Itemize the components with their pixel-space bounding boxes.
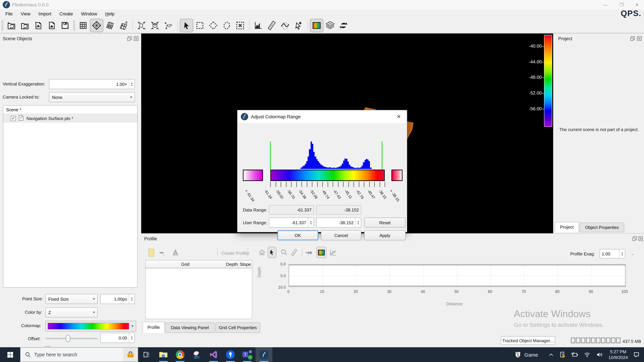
- minimize-button[interactable]: —: [600, 1, 610, 8]
- home-button[interactable]: [258, 248, 266, 257]
- wifi-icon[interactable]: [584, 352, 590, 357]
- tab-grid-cell-properties[interactable]: Grid Cell Properties: [215, 323, 260, 333]
- taskbar-teams[interactable]: T ✓: [239, 347, 256, 362]
- menu-create[interactable]: Create: [55, 10, 77, 17]
- clear-select-button[interactable]: [234, 19, 247, 32]
- cursor-tool-button[interactable]: [180, 19, 193, 32]
- fit-cube-button[interactable]: [148, 19, 162, 32]
- float-panel-icon[interactable]: [127, 36, 132, 41]
- open-scene-button[interactable]: [18, 19, 32, 32]
- taskbar-snipping-tool[interactable]: [188, 347, 205, 362]
- reset-button[interactable]: Reset: [364, 218, 406, 228]
- kp-button[interactable]: KP: [162, 19, 175, 32]
- dialog-close-button[interactable]: ✕: [394, 113, 404, 121]
- profile-exag-input[interactable]: 1.00 ▲▼: [600, 249, 625, 258]
- menu-import[interactable]: Import: [34, 10, 56, 17]
- camera-locked-select[interactable]: None ▼: [49, 92, 135, 102]
- point-size-stepper[interactable]: ▲▼: [129, 294, 134, 304]
- close-button[interactable]: ✕: [632, 1, 642, 8]
- colormap-select[interactable]: ▼: [45, 321, 136, 332]
- profile-colormap-button[interactable]: [316, 247, 326, 258]
- import-file-button[interactable]: [32, 19, 45, 32]
- tray-app-label[interactable]: Game: [524, 352, 538, 358]
- diamond-select-button[interactable]: [206, 19, 220, 32]
- collapse-chevron-icon[interactable]: ⌄: [630, 251, 634, 256]
- briefcase-icon[interactable]: [123, 348, 138, 362]
- toolbar-drag-handle[interactable]: [73, 20, 75, 31]
- tablet-icon[interactable]: [559, 352, 565, 358]
- fit-grid-button[interactable]: [135, 19, 148, 32]
- profile-chart[interactable]: [288, 264, 626, 287]
- tab-profile[interactable]: Profile: [142, 322, 165, 333]
- taskbar-chrome[interactable]: [172, 347, 188, 362]
- scene-tree-item[interactable]: ✓ ? Navigation Surface.pts *: [3, 114, 137, 123]
- maximize-button[interactable]: ❐: [616, 1, 626, 8]
- task-view-button[interactable]: [138, 347, 155, 362]
- taskbar-clock[interactable]: 5:27 PM 10/9/2024: [608, 349, 628, 360]
- histogram-button[interactable]: [252, 19, 265, 32]
- scene-tree-root[interactable]: Scene *: [3, 106, 137, 114]
- zoom-button[interactable]: [280, 248, 288, 257]
- taskbar-fledermaus[interactable]: [256, 347, 272, 362]
- visibility-checkbox[interactable]: ✓: [11, 116, 16, 121]
- menu-window[interactable]: Window: [77, 10, 101, 17]
- colorbar-main[interactable]: [270, 170, 385, 181]
- chevron-up-icon[interactable]: [549, 353, 553, 356]
- swatch-icon[interactable]: [148, 249, 154, 257]
- menu-view[interactable]: View: [17, 10, 34, 17]
- range-max-marker[interactable]: [382, 141, 382, 170]
- vertical-exaggeration-input[interactable]: 1.00× ▲▼: [49, 79, 135, 89]
- menu-help[interactable]: Help: [101, 10, 118, 17]
- point-size-mode-select[interactable]: Fixed Size ▼: [45, 294, 98, 304]
- notification-icon[interactable]: [634, 352, 639, 358]
- lasso-select-button[interactable]: [220, 19, 234, 32]
- point-size-value-input[interactable]: 1.00px ▲▼: [100, 294, 135, 304]
- profile-chart-button[interactable]: [329, 248, 338, 257]
- start-button[interactable]: [0, 347, 20, 362]
- surface-georef-button[interactable]: [117, 19, 130, 32]
- close-panel-icon[interactable]: [636, 36, 642, 41]
- surface-rotate-button[interactable]: [90, 19, 103, 32]
- taskbar-file-explorer[interactable]: [155, 347, 172, 362]
- tracked-object-manager-button[interactable]: Tracked Object Manager...: [501, 336, 555, 345]
- float-panel-icon[interactable]: [630, 36, 635, 41]
- float-panel-icon[interactable]: [632, 236, 637, 241]
- save-button[interactable]: [58, 19, 72, 32]
- view-file-button[interactable]: [45, 19, 58, 32]
- colormap-tool-button[interactable]: [310, 19, 323, 32]
- toolbar-drag-handle[interactable]: [1, 20, 3, 31]
- user-range-max-input[interactable]: -38.152 ▲▼: [316, 218, 361, 228]
- close-panel-icon[interactable]: [134, 36, 139, 41]
- rect-select-button[interactable]: [193, 19, 206, 32]
- triangle-button[interactable]: [171, 248, 180, 257]
- remove-button[interactable]: [158, 249, 166, 257]
- new-scene-button[interactable]: [5, 19, 18, 32]
- dialog-title-bar[interactable]: Adjust Colormap Range ✕: [238, 110, 407, 123]
- col-header-grid[interactable]: Grid: [146, 260, 226, 268]
- color-by-select[interactable]: Z ▼: [45, 307, 98, 318]
- user-range-max-stepper[interactable]: ▲▼: [355, 218, 361, 227]
- curve-button[interactable]: [278, 19, 292, 32]
- taskbar-visual-studio[interactable]: [205, 347, 222, 362]
- tab-object-properties[interactable]: Object Properties: [580, 223, 624, 232]
- vertical-exaggeration-stepper[interactable]: ▲▼: [129, 79, 134, 89]
- sync-button[interactable]: [337, 19, 350, 32]
- user-range-min-stepper[interactable]: ▲▼: [308, 218, 314, 227]
- apply-button[interactable]: Apply: [364, 230, 406, 240]
- surface-flat-button[interactable]: [103, 19, 117, 32]
- ok-button[interactable]: OK: [278, 230, 318, 240]
- user-range-min-input[interactable]: -61.337 ▲▼: [269, 218, 314, 228]
- layers-button[interactable]: [323, 19, 337, 32]
- menu-file[interactable]: File: [1, 10, 17, 17]
- grid-view-button[interactable]: [76, 19, 90, 32]
- tab-data-viewing-panel[interactable]: Data Viewing Panel: [165, 323, 214, 333]
- ruler-button[interactable]: [265, 19, 278, 32]
- battery-icon[interactable]: [571, 352, 578, 357]
- cursor-plus-button[interactable]: [292, 19, 305, 32]
- taskbar-search[interactable]: Type here to search: [20, 347, 138, 362]
- speaker-icon[interactable]: [596, 352, 603, 357]
- profile-cursor-button[interactable]: [268, 247, 276, 258]
- close-panel-icon[interactable]: [638, 236, 643, 241]
- col-header-slope[interactable]: Slope: [239, 260, 252, 268]
- profile-exag-stepper[interactable]: ▲▼: [619, 249, 625, 258]
